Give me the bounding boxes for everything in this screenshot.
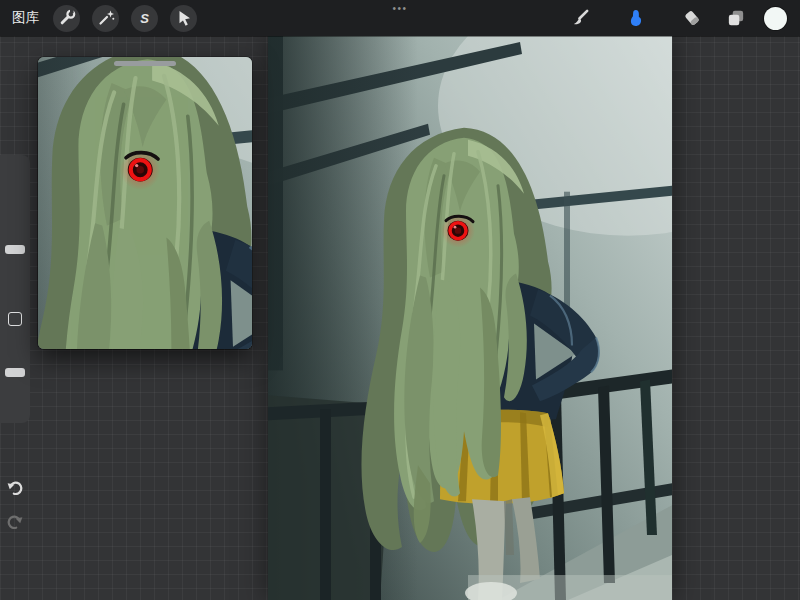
color-swatch[interactable] (764, 7, 787, 30)
modify-button[interactable] (8, 312, 22, 326)
redo-button[interactable] (5, 512, 25, 532)
transform-button[interactable] (170, 5, 197, 32)
opacity-slider[interactable] (5, 368, 25, 377)
adjustments-button[interactable] (92, 5, 119, 32)
artwork-image (268, 36, 672, 600)
main-canvas[interactable] (268, 36, 672, 600)
brush-sidebar (0, 155, 30, 423)
smudge-icon (625, 7, 647, 29)
smudge-tool-button[interactable] (624, 6, 648, 30)
undo-icon (5, 484, 25, 501)
brush-icon (569, 7, 591, 29)
undo-button[interactable] (5, 478, 25, 498)
reference-zoom-image (38, 57, 252, 349)
erase-tool-button[interactable] (680, 6, 704, 30)
layers-button[interactable] (724, 6, 748, 30)
redo-icon (5, 518, 25, 535)
multitask-dots[interactable]: ••• (392, 3, 407, 14)
reference-drag-handle[interactable] (114, 61, 176, 66)
toolbar-left-group: 图库 S (0, 0, 209, 36)
layers-icon (725, 7, 747, 29)
selection-s-icon: S (140, 12, 149, 25)
reference-window[interactable] (38, 57, 252, 349)
wrench-icon (57, 8, 77, 28)
eraser-icon (681, 7, 703, 29)
paint-tool-button[interactable] (568, 6, 592, 30)
selection-button[interactable]: S (131, 5, 158, 32)
brush-size-slider[interactable] (5, 245, 25, 254)
gallery-button[interactable]: 图库 (12, 0, 39, 36)
arrow-cursor-icon (174, 8, 194, 28)
magic-wand-icon (96, 8, 116, 28)
toolbar-right-group (568, 6, 800, 30)
top-toolbar: 图库 S (0, 0, 800, 36)
actions-button[interactable] (53, 5, 80, 32)
